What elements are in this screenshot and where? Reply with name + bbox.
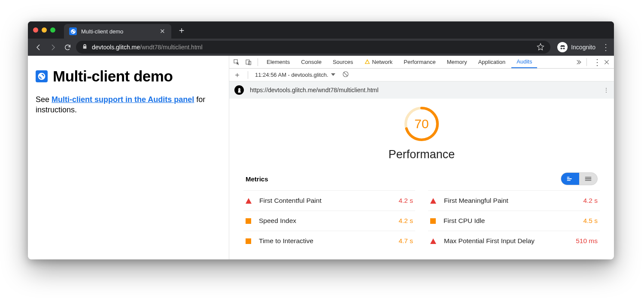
page-text: See [36, 95, 52, 104]
device-toolbar-icon[interactable] [243, 59, 254, 66]
lock-icon [82, 44, 88, 51]
incognito-indicator: Incognito [557, 42, 595, 52]
tab-console[interactable]: Console [296, 56, 327, 68]
average-icon [430, 218, 436, 224]
metric-value: 510 ms [576, 237, 598, 245]
score-value: 70 [403, 105, 440, 143]
incognito-icon [557, 42, 568, 52]
tab-network-label: Network [372, 59, 393, 65]
new-audit-button[interactable]: ＋ [234, 70, 241, 80]
lighthouse-icon [234, 85, 244, 95]
score-gauge: 70 [403, 105, 440, 143]
clear-audit-icon[interactable] [342, 71, 349, 79]
tab-strip: Multi-client demo ✕ ＋ [28, 21, 614, 39]
metric-name: First Contentful Paint [259, 197, 322, 205]
new-tab-button[interactable]: ＋ [177, 24, 186, 36]
metrics-view-toggle[interactable] [561, 172, 598, 185]
audits-subbar: ＋ 11:24:56 AM - devtools.glitch. [229, 69, 614, 81]
favicon-icon [69, 27, 77, 35]
fail-icon [246, 198, 252, 204]
fail-icon [430, 198, 436, 204]
audit-url-menu-icon[interactable]: ⋮ [603, 87, 609, 93]
browser-toolbar: devtools.glitch.me/wndt78/multiclient.ht… [28, 39, 614, 56]
metrics-heading: Metrics [246, 175, 268, 183]
metric-value: 4.2 s [398, 197, 413, 205]
tab-memory[interactable]: Memory [442, 56, 472, 68]
audit-timestamp: 11:24:56 AM - devtools.glitch. [255, 72, 328, 78]
fail-icon [430, 238, 436, 244]
page-paragraph: See Multi-client support in the Audits p… [36, 94, 221, 115]
metric-row[interactable]: First CPU Idle 4.5 s [428, 211, 600, 231]
close-tab-icon[interactable]: ✕ [160, 27, 165, 35]
metric-value: 4.5 s [583, 217, 598, 225]
close-devtools-icon[interactable] [601, 59, 612, 66]
warning-icon [365, 59, 370, 66]
minimize-window-icon[interactable] [42, 27, 47, 33]
reload-button[interactable] [61, 41, 73, 53]
page-heading: Multi-client demo [53, 68, 173, 85]
tab-sources[interactable]: Sources [328, 56, 358, 68]
browser-tab[interactable]: Multi-client demo ✕ [64, 24, 171, 39]
average-icon [246, 218, 251, 224]
chevron-down-icon [331, 72, 335, 78]
url-path: /wndt78/multiclient.html [140, 44, 203, 51]
back-button[interactable] [32, 41, 44, 53]
audit-run-selector[interactable]: 11:24:56 AM - devtools.glitch. [255, 72, 335, 78]
forward-button[interactable] [47, 41, 59, 53]
metric-name: Time to Interactive [259, 237, 313, 245]
page-logo-icon [36, 70, 48, 82]
incognito-label: Incognito [571, 44, 595, 51]
metric-name: Max Potential First Input Delay [444, 237, 535, 245]
metric-value: 4.2 s [583, 197, 598, 205]
tab-title: Multi-client demo [81, 28, 123, 35]
audit-category: Performance [389, 148, 455, 161]
bookmark-icon[interactable] [537, 43, 544, 52]
tab-application[interactable]: Application [473, 56, 511, 68]
address-bar[interactable]: devtools.glitch.me/wndt78/multiclient.ht… [76, 41, 550, 54]
metric-row[interactable]: Max Potential First Input Delay 510 ms [428, 231, 600, 251]
metric-name: Speed Index [259, 217, 296, 225]
audit-url-row: https://devtools.glitch.me/wndt78/multic… [229, 81, 614, 99]
more-tabs-icon[interactable] [573, 59, 584, 66]
browser-window: Multi-client demo ✕ ＋ devtools.glitch.me… [28, 21, 614, 259]
devtools-tabbar: Elements Console Sources Network Perform… [229, 56, 614, 69]
tab-network[interactable]: Network [359, 56, 398, 68]
tab-performance[interactable]: Performance [398, 56, 440, 68]
metric-value: 4.7 s [398, 237, 413, 245]
metric-row[interactable]: First Contentful Paint 4.2 s [243, 190, 415, 211]
inspect-element-icon[interactable] [231, 59, 242, 66]
average-icon [246, 238, 251, 244]
tab-elements[interactable]: Elements [261, 56, 295, 68]
metric-row[interactable]: Time to Interactive 4.7 s [243, 231, 415, 251]
metric-value: 4.2 s [398, 217, 413, 225]
tab-audits[interactable]: Audits [511, 56, 537, 68]
page-content: Multi-client demo See Multi-client suppo… [28, 56, 229, 259]
svg-rect-1 [246, 60, 249, 64]
metric-name: First Meaningful Paint [444, 197, 508, 205]
toggle-expanded-icon[interactable] [579, 173, 597, 185]
toggle-compact-icon[interactable] [561, 173, 579, 185]
devtools-panel: Elements Console Sources Network Perform… [229, 56, 614, 259]
audit-url: https://devtools.glitch.me/wndt78/multic… [250, 87, 379, 93]
maximize-window-icon[interactable] [50, 27, 55, 33]
metric-row[interactable]: First Meaningful Paint 4.2 s [428, 190, 600, 211]
close-window-icon[interactable] [33, 27, 38, 33]
browser-menu-icon[interactable]: ⋮ [601, 42, 610, 52]
metric-row[interactable]: Speed Index 4.2 s [243, 211, 415, 231]
metric-name: First CPU Idle [444, 217, 485, 225]
page-link[interactable]: Multi-client support in the Audits panel [52, 95, 194, 104]
audit-report: 70 Performance Metrics [229, 99, 614, 259]
url-host: devtools.glitch.me [92, 44, 140, 51]
devtools-menu-icon[interactable]: ⋮ [593, 57, 601, 67]
metrics-grid: First Contentful Paint 4.2 s First Meani… [243, 190, 600, 251]
window-traffic-lights [33, 27, 55, 33]
